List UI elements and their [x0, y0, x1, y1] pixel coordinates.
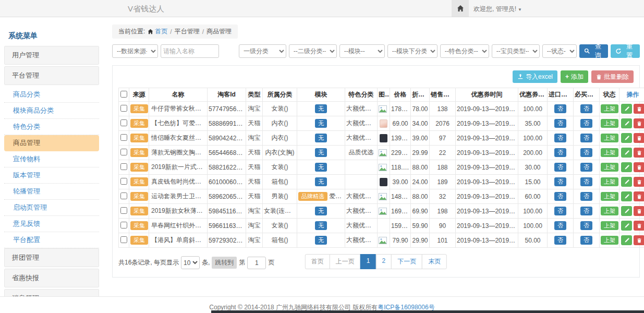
edit-button[interactable]	[621, 177, 632, 187]
row-checkbox[interactable]	[120, 105, 127, 112]
sidebar-item-轮播管理[interactable]: 轮播管理	[4, 184, 99, 200]
import-select-badge[interactable]: 否	[554, 221, 566, 230]
sidebar-item-商品管理[interactable]: 商品管理	[4, 135, 99, 151]
filter-select-1[interactable]: 一级分类	[239, 44, 286, 58]
module-badge[interactable]: 无	[315, 104, 327, 113]
batch-delete-button[interactable]: 批量删除	[591, 70, 634, 83]
status-badge[interactable]: 上架	[601, 221, 618, 230]
filter-select-3[interactable]: --模块--	[339, 44, 385, 58]
status-badge[interactable]: 上架	[601, 236, 618, 245]
name-search-input[interactable]	[161, 44, 219, 58]
sidebar-item-特色分类[interactable]: 特色分类	[4, 119, 99, 135]
page-item-末页[interactable]: 末页	[422, 254, 447, 269]
import-select-badge[interactable]: 否	[554, 192, 566, 201]
import-select-badge[interactable]: 否	[554, 236, 566, 245]
home-button[interactable]	[452, 0, 469, 17]
delete-button[interactable]	[634, 235, 644, 245]
import-select-badge[interactable]: 否	[554, 163, 566, 172]
sidebar-item-意见反馈[interactable]: 意见反馈	[4, 216, 99, 232]
delete-button[interactable]	[634, 221, 644, 231]
import-select-badge[interactable]: 否	[554, 177, 566, 186]
sidebar-item-拼团管理[interactable]: 拼团管理	[4, 248, 99, 267]
sidebar-item-启动页管理[interactable]: 启动页管理	[4, 200, 99, 216]
edit-button[interactable]	[621, 235, 632, 245]
edit-button[interactable]	[621, 104, 632, 114]
import-excel-button[interactable]: 导入excel	[513, 70, 557, 83]
module-badge[interactable]: 无	[315, 148, 327, 157]
edit-button[interactable]	[621, 133, 632, 143]
must-buy-badge[interactable]: 否	[580, 221, 592, 230]
page-item-1[interactable]: 1	[360, 254, 376, 269]
module-badge[interactable]: 无	[315, 119, 327, 128]
must-buy-badge[interactable]: 否	[580, 134, 592, 142]
row-checkbox[interactable]	[120, 149, 127, 155]
row-checkbox[interactable]	[120, 192, 127, 199]
sidebar-item-模块商品分类[interactable]: 模块商品分类	[4, 103, 99, 119]
must-buy-badge[interactable]: 否	[580, 177, 592, 186]
delete-button[interactable]	[634, 162, 644, 172]
sidebar-item-平台管理[interactable]: 平台管理	[4, 66, 99, 85]
add-button[interactable]: + 添加	[561, 70, 588, 83]
row-checkbox[interactable]	[120, 178, 127, 185]
sidebar-item-宣传物料[interactable]: 宣传物料	[4, 151, 99, 167]
module-badge[interactable]: 品牌精选	[298, 192, 327, 201]
status-badge[interactable]: 上架	[601, 148, 618, 157]
import-select-badge[interactable]: 否	[554, 148, 566, 157]
must-buy-badge[interactable]: 否	[580, 104, 592, 113]
must-buy-badge[interactable]: 否	[580, 119, 592, 128]
module-badge[interactable]: 无	[315, 221, 327, 230]
status-badge[interactable]: 上架	[601, 119, 618, 128]
status-badge[interactable]: 上架	[601, 207, 618, 215]
module-badge[interactable]: 无	[315, 163, 327, 172]
delete-button[interactable]	[634, 177, 644, 187]
must-buy-badge[interactable]: 否	[580, 207, 592, 215]
import-select-badge[interactable]: 否	[554, 207, 566, 215]
sidebar-item-平台配置[interactable]: 平台配置	[4, 232, 99, 248]
filter-select-2[interactable]: --二级分类--	[289, 44, 337, 58]
delete-button[interactable]	[634, 148, 644, 158]
status-badge[interactable]: 上架	[601, 104, 618, 113]
must-buy-badge[interactable]: 否	[580, 192, 592, 201]
jump-button[interactable]: 跳转到	[212, 257, 237, 269]
per-page-select[interactable]: 10	[181, 256, 200, 269]
filter-select-4[interactable]: --模块下分类--	[387, 44, 438, 58]
import-select-badge[interactable]: 否	[554, 134, 566, 142]
row-checkbox[interactable]	[120, 236, 127, 243]
delete-button[interactable]	[634, 104, 644, 114]
must-buy-badge[interactable]: 否	[580, 163, 592, 172]
page-item-下一页[interactable]: 下一页	[391, 254, 422, 269]
row-checkbox[interactable]	[120, 222, 127, 228]
sidebar-item-商品分类[interactable]: 商品分类	[4, 87, 99, 103]
module-badge[interactable]: 无	[315, 236, 327, 245]
row-checkbox[interactable]	[120, 207, 127, 214]
module-badge[interactable]: 无	[315, 134, 327, 142]
delete-button[interactable]	[634, 118, 644, 128]
must-buy-badge[interactable]: 否	[580, 148, 592, 157]
module-badge[interactable]: 无	[315, 177, 327, 186]
delete-button[interactable]	[634, 191, 644, 201]
search-button[interactable]: 查询	[579, 44, 609, 58]
edit-button[interactable]	[621, 118, 632, 128]
sidebar-item-用户管理[interactable]: 用户管理	[4, 46, 99, 65]
edit-button[interactable]	[621, 148, 632, 158]
filter-select-0[interactable]: --数据来源--	[112, 44, 158, 58]
edit-button[interactable]	[621, 162, 632, 172]
row-checkbox[interactable]	[120, 119, 127, 126]
reset-button[interactable]: 重置	[611, 44, 640, 58]
edit-button[interactable]	[621, 221, 632, 231]
status-badge[interactable]: 上架	[601, 192, 618, 201]
sidebar-item-消息管理[interactable]: 消息管理	[4, 289, 99, 296]
import-select-badge[interactable]: 否	[554, 104, 566, 113]
sidebar-item-版本管理[interactable]: 版本管理	[4, 167, 99, 184]
status-badge[interactable]: 上架	[601, 134, 618, 142]
status-badge[interactable]: 上架	[601, 177, 618, 186]
page-item-2[interactable]: 2	[376, 254, 392, 269]
status-badge[interactable]: 上架	[601, 163, 618, 172]
row-checkbox[interactable]	[120, 134, 127, 141]
delete-button[interactable]	[634, 133, 644, 143]
filter-select-7[interactable]: --状态--	[542, 44, 577, 58]
edit-button[interactable]	[621, 206, 632, 216]
filter-select-5[interactable]: --特色分类--	[440, 44, 489, 58]
module-badge[interactable]: 无	[315, 207, 327, 215]
edit-button[interactable]	[621, 191, 632, 201]
